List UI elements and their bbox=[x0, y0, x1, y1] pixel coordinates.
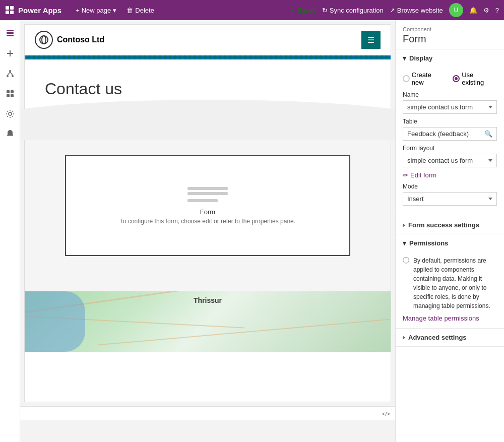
preview-logo: Contoso Ltd bbox=[35, 31, 104, 49]
plus-icon: + bbox=[76, 7, 80, 14]
sidebar-item-add[interactable] bbox=[1, 44, 19, 62]
delete-button[interactable]: 🗑 Delete bbox=[122, 5, 158, 16]
chevron-icon: ▾ bbox=[113, 7, 116, 14]
sidebar-item-components[interactable] bbox=[1, 85, 19, 103]
component-label: Component bbox=[403, 26, 497, 32]
svg-point-7 bbox=[9, 70, 11, 72]
topbar: Power Apps + New page ▾ 🗑 Delete ✓ Saved… bbox=[0, 0, 504, 20]
svg-point-18 bbox=[42, 36, 46, 44]
browse-website-button[interactable]: ↗ Browse website bbox=[390, 7, 443, 14]
svg-rect-13 bbox=[11, 90, 14, 93]
form-placeholder-sublabel: To configure this form, choose edit or r… bbox=[120, 218, 295, 225]
app-name: Power Apps bbox=[18, 6, 61, 15]
mode-chevron-icon bbox=[488, 198, 492, 200]
form-success-label: Form success settings bbox=[408, 221, 479, 229]
form-success-header[interactable]: Form success settings bbox=[396, 216, 504, 234]
display-section-label: Display bbox=[409, 54, 432, 62]
panel-header: Component Form bbox=[396, 20, 504, 49]
sidebar-item-pages[interactable] bbox=[1, 24, 19, 42]
advanced-chevron-icon bbox=[403, 336, 405, 340]
advanced-header[interactable]: Advanced settings bbox=[396, 329, 504, 346]
spacer bbox=[25, 271, 391, 291]
notifications-icon[interactable]: 🔔 bbox=[469, 7, 477, 14]
permissions-header[interactable]: ▾ Permissions bbox=[396, 234, 504, 252]
map-water bbox=[25, 291, 85, 352]
help-icon[interactable]: ? bbox=[495, 7, 499, 14]
svg-rect-15 bbox=[11, 94, 14, 97]
name-field-select[interactable]: simple contact us form bbox=[403, 100, 497, 114]
topbar-right: ✓ Saved ↻ Sync configuration ↗ Browse we… bbox=[290, 3, 499, 17]
use-existing-label: Use existing bbox=[462, 71, 497, 86]
contact-section[interactable]: Contact us bbox=[25, 59, 391, 140]
pencil-icon: ✏ bbox=[403, 171, 408, 179]
new-page-button[interactable]: + New page ▾ bbox=[72, 5, 120, 16]
delete-icon: 🗑 bbox=[127, 7, 133, 14]
preview-logo-icon bbox=[35, 31, 53, 49]
map-city-label: Thrissur bbox=[194, 296, 222, 304]
permissions-label: Permissions bbox=[409, 239, 448, 247]
svg-point-16 bbox=[9, 112, 12, 115]
permissions-text: By default, permissions are applied to c… bbox=[413, 256, 497, 310]
right-panel: Component Form ▾ Display Create new Use bbox=[395, 20, 504, 442]
form-layout-select[interactable]: simple contact us form bbox=[403, 154, 497, 167]
svg-rect-12 bbox=[7, 90, 10, 93]
canvas-inner: Contoso Ltd ☰ Contact us bbox=[20, 24, 395, 402]
sidebar-item-notifications[interactable] bbox=[1, 125, 19, 143]
sidebar-item-settings[interactable] bbox=[1, 105, 19, 123]
permissions-chevron: ▾ bbox=[403, 239, 406, 247]
contact-title: Contact us bbox=[45, 80, 370, 98]
topbar-actions: + New page ▾ 🗑 Delete bbox=[72, 5, 290, 16]
create-new-label: Create new bbox=[412, 71, 445, 86]
create-new-radio[interactable]: Create new bbox=[403, 71, 445, 86]
form-success-section: Form success settings bbox=[396, 216, 504, 234]
use-existing-radio-circle bbox=[453, 75, 460, 82]
svg-rect-4 bbox=[7, 30, 14, 31]
form-success-chevron-icon bbox=[403, 223, 405, 227]
canvas-area[interactable]: Contoso Ltd ☰ Contact us bbox=[20, 20, 395, 442]
code-view-button[interactable]: </> bbox=[382, 411, 390, 417]
teal-accent-bar[interactable] bbox=[25, 55, 391, 59]
manage-permissions-link[interactable]: Manage table permissions bbox=[403, 314, 479, 322]
bottom-bar: </> bbox=[20, 406, 395, 420]
user-avatar[interactable]: U bbox=[449, 3, 463, 17]
left-sidebar bbox=[0, 20, 20, 442]
advanced-label: Advanced settings bbox=[408, 334, 467, 341]
svg-point-17 bbox=[40, 36, 48, 44]
name-field-value: simple contact us form bbox=[407, 103, 473, 111]
display-radio-group: Create new Use existing bbox=[403, 71, 497, 86]
form-layout-chevron-icon bbox=[488, 159, 492, 162]
map-section: Thrissur bbox=[25, 291, 391, 352]
svg-rect-3 bbox=[10, 11, 14, 14]
display-section-header[interactable]: ▾ Display bbox=[396, 49, 504, 67]
edit-form-link[interactable]: ✏ Edit form bbox=[403, 171, 497, 179]
hamburger-button[interactable]: ☰ bbox=[361, 31, 381, 49]
form-section: Form To configure this form, choose edit… bbox=[25, 140, 391, 271]
mode-select[interactable]: Insert bbox=[403, 192, 497, 206]
preview-header: Contoso Ltd ☰ bbox=[25, 25, 391, 55]
svg-rect-1 bbox=[10, 6, 14, 10]
use-existing-radio[interactable]: Use existing bbox=[453, 71, 497, 86]
display-chevron: ▾ bbox=[403, 54, 406, 62]
svg-line-11 bbox=[10, 72, 13, 75]
svg-rect-14 bbox=[7, 94, 10, 97]
page-preview: Contoso Ltd ☰ Contact us bbox=[24, 24, 391, 402]
settings-icon[interactable]: ⚙ bbox=[483, 7, 489, 14]
avatar: U bbox=[449, 3, 463, 17]
mode-value: Insert bbox=[407, 195, 424, 203]
svg-point-8 bbox=[7, 75, 9, 77]
permissions-content: ⓘ By default, permissions are applied to… bbox=[396, 252, 504, 328]
search-icon: 🔍 bbox=[484, 130, 492, 138]
sync-config-button[interactable]: ↻ Sync configuration bbox=[322, 7, 384, 14]
edit-form-label: Edit form bbox=[410, 171, 436, 179]
sidebar-item-tree[interactable] bbox=[1, 65, 19, 83]
display-section-content: Create new Use existing Name simple cont… bbox=[396, 67, 504, 216]
svg-line-10 bbox=[8, 72, 10, 75]
svg-rect-6 bbox=[7, 35, 14, 36]
main-layout: Contoso Ltd ☰ Contact us bbox=[0, 20, 504, 442]
form-placeholder[interactable]: Form To configure this form, choose edit… bbox=[65, 155, 350, 256]
form-layout-label: Form layout bbox=[403, 145, 497, 152]
table-field-input[interactable]: Feedback (feedback) 🔍 bbox=[403, 127, 497, 141]
preview-logo-text: Contoso Ltd bbox=[57, 35, 104, 44]
table-field-label: Table bbox=[403, 118, 497, 125]
advanced-section: Advanced settings bbox=[396, 329, 504, 347]
